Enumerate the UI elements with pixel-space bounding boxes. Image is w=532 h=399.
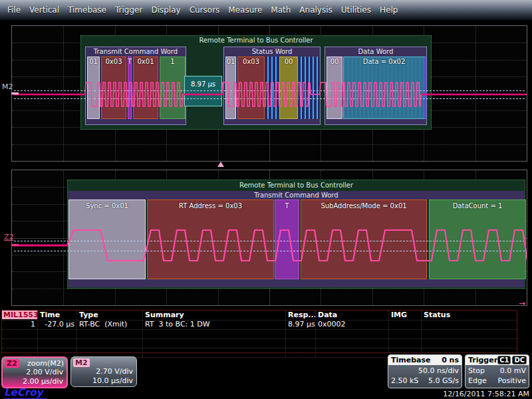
menu-help[interactable]: Help (380, 5, 398, 15)
menu-cursors[interactable]: Cursors (190, 5, 220, 15)
lecroy-logo: LeCroy (4, 386, 47, 399)
timebase-rate: 5.0 GS/s (428, 377, 459, 385)
menu-analysis[interactable]: Analysis (299, 5, 332, 15)
oscilloscope-screen: File Vertical Timebase Trigger Display C… (0, 0, 532, 399)
column-header-status: Status (422, 311, 517, 320)
table-row[interactable]: 1 -27.0 µs RT-BC (Xmit) RT 3 to BC: 1 DW… (2, 321, 517, 330)
decode-result-table: MIL1553 Time Type Summary Resp... Data I… (1, 310, 517, 353)
decoder-tab: MIL1553 (2, 311, 38, 320)
decoder-tab-mil1553[interactable]: MIL1553 (2, 311, 38, 319)
menu-timebase[interactable]: Timebase (68, 5, 106, 15)
menu-display[interactable]: Display (151, 5, 180, 15)
timebase-samples: 2.50 kS (391, 377, 418, 385)
timebase-label: Timebase (391, 355, 431, 365)
m2-badge: M2 (73, 358, 90, 367)
column-header-time: Time (38, 311, 77, 320)
menu-bar: File Vertical Timebase Trigger Display C… (0, 0, 532, 20)
column-header-summary: Summary (143, 311, 286, 320)
timebase-descriptor[interactable]: Timebase 0 ns 50.0 ns/div 2.50 kS 5.0 GS… (388, 354, 462, 388)
trigger-level: 0.0 mV (500, 367, 526, 375)
cell-summary: RT 3 to BC: 1 DW (143, 321, 286, 329)
column-header-data: Data (316, 311, 389, 320)
datetime-display: 12/16/2011 7:58:21 AM (443, 390, 529, 398)
z2-trace-descriptor[interactable]: Z2 zoom(M2) 2.00 V/div 2.00 µs/div (1, 356, 68, 388)
column-header-type: Type (77, 311, 143, 320)
z2-tdiv: 2.00 µs/div (3, 377, 66, 386)
m2-waveform-trace (12, 26, 527, 161)
cell-img (389, 321, 422, 329)
z2-level-indicator[interactable] (11, 244, 19, 246)
trigger-coupling-badge: DC (512, 356, 527, 364)
trigger-slope: Positive (498, 377, 526, 385)
cell-data: 0x0002 (316, 321, 389, 329)
menu-vertical[interactable]: Vertical (29, 5, 59, 15)
trigger-label: Trigger (468, 355, 497, 365)
top-waveform-panel[interactable]: Remote Terminal to Bus Controller Transm… (11, 25, 527, 162)
cell-resp: 8.97 µs (286, 321, 316, 329)
z2-badge: Z2 (5, 359, 19, 368)
m2-level-indicator[interactable] (11, 92, 19, 94)
m2-trace-descriptor[interactable]: M2 2.70 V/div 10.0 µs/div (70, 356, 137, 387)
trigger-descriptor[interactable]: Trigger C1 DC Stop 0.0 mV Edge Positive (465, 354, 529, 388)
column-header-img: IMG (389, 311, 422, 320)
menu-utilities[interactable]: Utilities (341, 5, 371, 15)
trigger-position-marker-icon[interactable] (217, 162, 224, 167)
z2-title: zoom(M2) (27, 359, 64, 368)
trigger-mode: Stop (468, 367, 485, 375)
channel-label-z2: Z2 (4, 233, 14, 241)
timebase-offset: 0 ns (442, 355, 459, 365)
table-empty-row (2, 339, 517, 348)
channel-label-m2: M2 (2, 82, 13, 91)
column-header-resp: Resp... (286, 311, 316, 320)
table-header-row: MIL1553 Time Type Summary Resp... Data I… (2, 311, 517, 321)
trigger-source-badge: C1 (497, 356, 511, 364)
menu-trigger[interactable]: Trigger (115, 5, 142, 15)
menu-math[interactable]: Math (271, 5, 291, 15)
table-empty-row (2, 330, 517, 339)
trigger-time-arrow-icon (519, 299, 525, 308)
trigger-type: Edge (468, 377, 487, 385)
m2-tdiv: 10.0 µs/div (71, 376, 136, 386)
z2-vdiv: 2.00 V/div (3, 368, 66, 377)
timebase-tdiv: 50.0 ns/div (418, 367, 459, 375)
cell-time: -27.0 µs (38, 321, 77, 329)
m2-vdiv: 2.70 V/div (71, 367, 136, 376)
cell-type: RT-BC (Xmit) (77, 321, 143, 329)
cell-status (422, 321, 517, 329)
z2-waveform-trace (12, 170, 527, 305)
menu-measure[interactable]: Measure (228, 5, 262, 15)
zoom-waveform-panel[interactable]: Remote Terminal to Bus Controller Transm… (11, 170, 527, 306)
menu-file[interactable]: File (7, 5, 21, 15)
cell-index: 1 (2, 321, 38, 329)
